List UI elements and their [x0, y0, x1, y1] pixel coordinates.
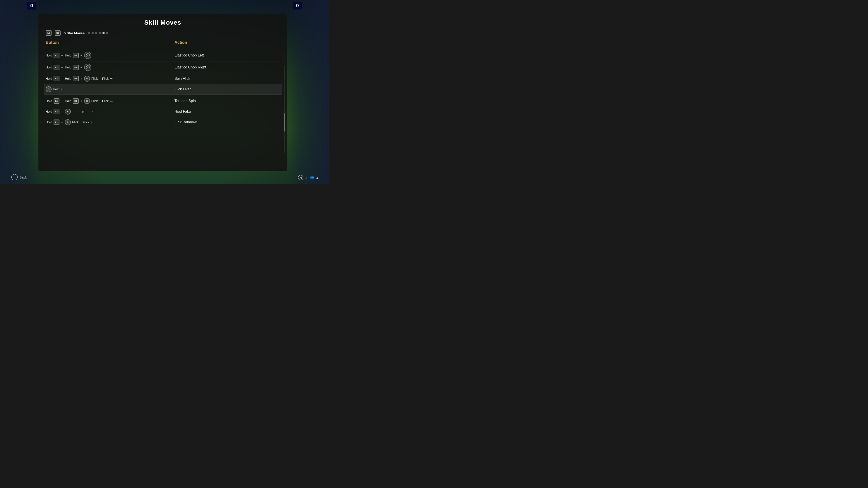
r-circle-4: R [46, 86, 52, 92]
arrow-right-3: ➡ [110, 77, 113, 80]
arrow-up-5a: ↑ [99, 99, 101, 103]
column-headers: Button Action [46, 40, 280, 47]
group-icon: 👥 [310, 175, 314, 180]
back-button[interactable]: ○ Back [11, 174, 27, 180]
action-text-3: Spin Flick [175, 76, 190, 80]
plus-3a: + [61, 77, 63, 80]
or-text-6: or [82, 110, 85, 113]
move-row-4: R Hold ↑ Flick Over [44, 84, 282, 95]
hold-word-6: Hold [46, 110, 52, 113]
arrow-right-6b: → [87, 110, 90, 113]
score-left: 0 [27, 2, 36, 9]
flick-word-5b: Flick [102, 99, 109, 103]
arrow-left-6b: ← [92, 110, 95, 113]
hold-word-4: Hold [53, 88, 59, 91]
player-number: 1 [305, 176, 307, 180]
r-circle-5: R [84, 98, 90, 104]
arrow-up-4: ↑ [61, 88, 62, 91]
scrollbar-thumb[interactable] [284, 113, 285, 131]
move-row-2: Hold L2 + Hold R1 + R Elastico Chop Righ… [46, 61, 280, 73]
arrow-left-6: ← [72, 110, 75, 113]
flick-word-5a: Flick [91, 99, 98, 103]
panel-title: Skill Moves [46, 19, 280, 26]
dot-1 [88, 32, 90, 34]
hold-word-2: Hold [46, 66, 52, 69]
l2-btn-1: L2 [54, 53, 59, 58]
r1-btn-1: R1 [73, 53, 79, 58]
tab-header: L2 R2 5 Star Moves [46, 30, 280, 36]
move-2-action: Elastico Chop Right [175, 65, 280, 69]
arrow-up-7: ↑ [91, 121, 92, 124]
hold-word-1: Hold [46, 54, 52, 57]
plus-5b: + [81, 99, 82, 103]
group-nav: 👥 3 [310, 175, 318, 180]
plus-2b: + [81, 66, 82, 69]
score-right: 0 [293, 2, 302, 9]
nav-prev-icon[interactable]: ◀ [298, 175, 303, 180]
action-text-4: Flick Over [175, 87, 191, 91]
arrow-right-6a: → [76, 110, 80, 113]
r1-btn-3: R1 [73, 76, 79, 81]
hold-word-3: Hold [46, 77, 52, 80]
back-icon: ○ [11, 174, 18, 180]
crowd-left [0, 0, 41, 184]
arrow-left-5: ⬅ [110, 99, 113, 103]
move-row-1: Hold L2 + Hold R1 + R Elastico Chop Left [46, 50, 280, 61]
move-7-buttons: Hold L1 + R Flick ↓ Flick ↑ [46, 119, 175, 125]
svg-text:R: R [87, 67, 88, 69]
move-row-6: Hold L2 + R ← → or → ← Heel Fake [46, 106, 280, 117]
r1-btn-2: R1 [73, 65, 79, 70]
plus-7a: + [61, 121, 63, 124]
dot-5-active [102, 32, 105, 34]
action-text-7: Flair Rainbow [175, 120, 197, 124]
r-stick-rotate-ccw-1: R [84, 52, 91, 59]
flick-word-7a: Flick [72, 121, 79, 124]
r1-btn-5: R1 [73, 98, 79, 104]
moves-list: Hold L2 + Hold R1 + R Elastico Chop Left [46, 50, 280, 127]
button-header-text: Button [46, 40, 175, 45]
player-count-area: ◀ 1 👥 3 [298, 175, 318, 180]
action-text-5: Tornado Spin [175, 99, 196, 103]
hold-word-7: Hold [46, 121, 52, 124]
move-4-action: Flick Over [175, 87, 280, 91]
l2-badge: L2 [46, 30, 52, 36]
move-2-buttons: Hold L2 + Hold R1 + R [46, 64, 175, 71]
plus-1a: + [61, 54, 63, 57]
l2-btn-6: L2 [54, 109, 59, 114]
hold-word-1b: Hold [65, 54, 71, 57]
move-4-buttons: R Hold ↑ [46, 86, 175, 92]
move-1-buttons: Hold L2 + Hold R1 + R [46, 52, 175, 59]
action-header-text: Action [175, 40, 280, 45]
l2-btn-5: L2 [54, 98, 59, 104]
tab-dots [88, 32, 108, 34]
tab-label: 5 Star Moves [64, 31, 85, 35]
l2-btn-3: L2 [54, 76, 59, 81]
move-5-action: Tornado Spin [175, 99, 280, 103]
plus-2a: + [61, 66, 63, 69]
action-text-6: Heel Fake [175, 109, 191, 113]
move-5-buttons: Hold L2 + Hold R1 + R Flick ↑ Flick ⬅ [46, 98, 175, 104]
l1-btn-7: L1 [54, 120, 59, 125]
dot-2 [92, 32, 94, 34]
player-nav: ◀ 1 [298, 175, 307, 180]
crowd-right [288, 0, 329, 184]
dot-6 [106, 32, 108, 34]
skill-moves-panel: Skill Moves L2 R2 5 Star Moves Button Ac… [38, 13, 287, 171]
hold-word-3b: Hold [65, 77, 71, 80]
l2-btn-2: L2 [54, 65, 59, 70]
r-stick-rotate-cw-2: R [84, 64, 91, 71]
flick-word-3b: Flick [102, 77, 109, 80]
plus-3b: + [81, 77, 82, 80]
flick-word-3a: Flick [91, 77, 98, 80]
plus-6a: + [61, 110, 63, 113]
scrollbar-track[interactable] [284, 66, 285, 153]
hold-word-2b: Hold [65, 66, 71, 69]
move-7-action: Flair Rainbow [175, 120, 280, 124]
back-label: Back [20, 175, 27, 179]
button-column-header: Button [46, 40, 175, 47]
plus-1b: + [81, 54, 82, 57]
action-text-2: Elastico Chop Right [175, 65, 206, 69]
svg-text:R: R [87, 55, 88, 57]
flick-word-7b: Flick [83, 121, 90, 124]
move-3-action: Spin Flick [175, 76, 280, 80]
